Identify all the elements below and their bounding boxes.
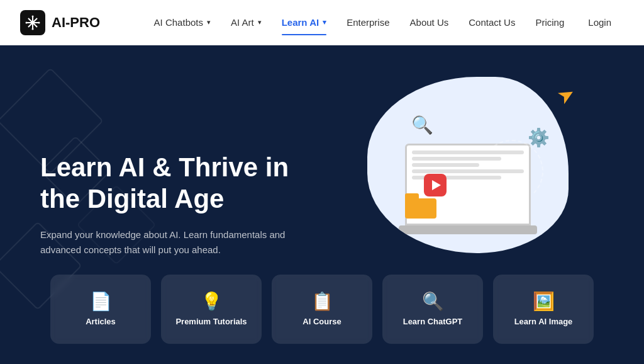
- nav-item-enterprise[interactable]: Enterprise: [338, 12, 398, 33]
- card-premium-tutorials[interactable]: 💡 Premium Tutorials: [161, 275, 262, 344]
- ai-image-icon: 🖼️: [533, 291, 555, 312]
- articles-icon: 📄: [90, 291, 112, 312]
- nav-item-pricing[interactable]: Pricing: [526, 12, 573, 33]
- logo-icon: [20, 10, 45, 35]
- course-icon: 📋: [311, 291, 333, 312]
- hero-content: Learn AI & Thrive in the Digital Age Exp…: [0, 152, 327, 258]
- nav-item-ai-art[interactable]: AI Art ▾: [222, 12, 270, 33]
- card-premium-tutorials-label: Premium Tutorials: [175, 317, 247, 327]
- hero-title: Learn AI & Thrive in the Digital Age: [40, 152, 327, 215]
- hero-illustration: ⚙️ 🔍 ➤: [367, 77, 581, 266]
- laptop-base: [399, 225, 537, 234]
- chatgpt-icon: 🔍: [422, 291, 444, 312]
- nav-item-about-us[interactable]: About Us: [401, 12, 458, 33]
- cards-row: 📄 Articles 💡 Premium Tutorials 📋 AI Cour…: [0, 275, 644, 364]
- snowflake-icon: [25, 15, 40, 30]
- nav-item-learn-ai[interactable]: Learn AI ▾: [273, 12, 335, 33]
- tutorials-icon: 💡: [201, 291, 223, 312]
- nav-item-contact-us[interactable]: Contact Us: [460, 12, 524, 33]
- logo[interactable]: AI-PRO: [20, 10, 100, 35]
- svg-point-5: [32, 15, 34, 17]
- chevron-down-icon: ▾: [207, 18, 211, 26]
- chevron-down-icon: ▾: [258, 18, 262, 26]
- nav-item-login[interactable]: Login: [575, 12, 624, 33]
- nav-links: AI Chatbots ▾ AI Art ▾ Learn AI ▾ Enterp…: [145, 12, 624, 33]
- dashed-arc-decoration: [480, 140, 543, 203]
- hero-section: Learn AI & Thrive in the Digital Age Exp…: [0, 45, 644, 364]
- card-articles-label: Articles: [86, 317, 116, 327]
- card-learn-chatgpt[interactable]: 🔍 Learn ChatGPT: [382, 275, 483, 344]
- screen-line: [412, 163, 479, 167]
- logo-text: AI-PRO: [52, 14, 100, 31]
- card-ai-course-label: AI Course: [303, 317, 341, 327]
- card-learn-chatgpt-label: Learn ChatGPT: [403, 317, 463, 327]
- card-ai-course[interactable]: 📋 AI Course: [272, 275, 372, 344]
- svg-point-7: [26, 21, 28, 23]
- navbar: AI-PRO AI Chatbots ▾ AI Art ▾ Learn AI ▾…: [0, 0, 644, 45]
- card-learn-ai-image-label: Learn AI Image: [514, 317, 573, 327]
- hero-subtitle: Expand your knowledge about AI. Learn fu…: [40, 227, 292, 258]
- nav-item-ai-chatbots[interactable]: AI Chatbots ▾: [145, 12, 219, 33]
- svg-point-6: [32, 28, 34, 30]
- svg-point-8: [38, 21, 40, 23]
- card-articles[interactable]: 📄 Articles: [50, 275, 151, 344]
- play-icon: [424, 174, 447, 196]
- card-learn-ai-image[interactable]: 🖼️ Learn AI Image: [493, 275, 594, 344]
- magnifier-icon: 🔍: [411, 115, 433, 135]
- folder-icon: [405, 193, 436, 219]
- gear-icon: ⚙️: [528, 127, 550, 148]
- play-triangle: [432, 180, 441, 190]
- chevron-down-icon: ▾: [323, 18, 326, 26]
- arrow-icon: ➤: [553, 81, 579, 110]
